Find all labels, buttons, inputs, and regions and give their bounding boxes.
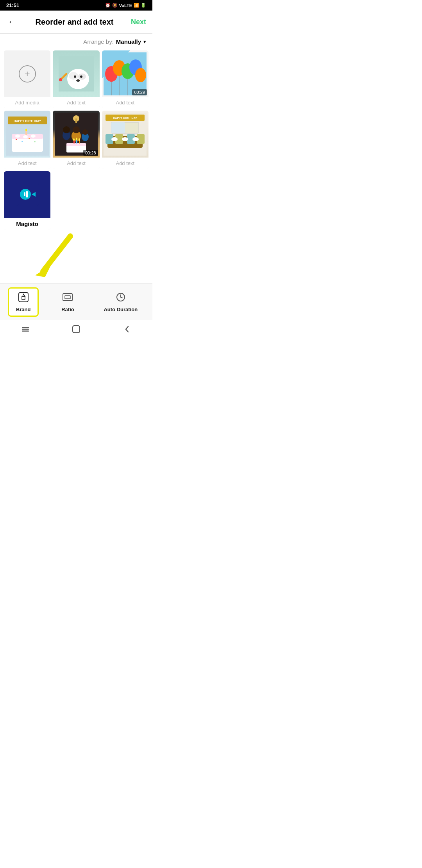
status-time: 21:51 (6, 2, 19, 8)
add-media-thumb: + (4, 50, 50, 97)
magisto-logo (16, 183, 39, 206)
dog-image (59, 56, 94, 91)
list-item[interactable]: Add text (53, 50, 99, 108)
svg-point-38 (63, 126, 70, 133)
menu-nav-icon[interactable] (20, 324, 30, 337)
volte-icon: VoLTE (119, 3, 132, 8)
video-duration: 00:29 (132, 89, 147, 95)
svg-point-5 (59, 78, 62, 81)
arrange-value: Manually (116, 38, 141, 45)
dining-thumb: HAPPY BIRTHDAY (102, 111, 148, 157)
ratio-label: Ratio (61, 307, 74, 312)
add-media-label: Add media (4, 97, 50, 108)
svg-rect-29 (34, 142, 36, 142)
duration-label: Auto Duration (104, 307, 138, 312)
brand-icon-svg (18, 292, 29, 303)
list-item[interactable]: 00:29 Add text (102, 50, 148, 108)
video-duration: 00:28 (83, 150, 98, 156)
svg-point-2 (69, 72, 78, 80)
mute-icon: 🔕 (112, 3, 118, 8)
svg-rect-64 (24, 192, 25, 196)
wifi-icon: 📶 (134, 3, 139, 8)
svg-marker-70 (23, 294, 25, 296)
svg-point-25 (31, 135, 36, 138)
svg-rect-42 (66, 143, 86, 146)
svg-rect-34 (75, 118, 77, 123)
duration-icon-svg (115, 292, 126, 303)
svg-text:HAPPY BIRTHDAY: HAPPY BIRTHDAY (14, 119, 41, 123)
magisto-label: Magisto (4, 218, 50, 230)
balloons-image (104, 52, 147, 95)
list-item[interactable]: HAPPY BIRTHDAY Add text (4, 111, 50, 169)
magisto-logo-icon (17, 184, 38, 205)
svg-rect-78 (22, 329, 29, 330)
next-button[interactable]: Next (131, 18, 146, 26)
header: ← Reorder and add text Next (0, 11, 152, 34)
nav-bar (0, 320, 152, 341)
svg-point-40 (82, 129, 88, 135)
media-label: Add text (102, 97, 148, 108)
svg-rect-28 (29, 138, 30, 139)
svg-point-47 (76, 138, 77, 140)
list-item[interactable]: 00:28 Add text (53, 111, 99, 169)
svg-point-36 (73, 126, 80, 133)
svg-rect-71 (22, 296, 25, 299)
ratio-icon (62, 292, 73, 305)
svg-line-76 (121, 297, 122, 298)
svg-rect-27 (21, 141, 23, 142)
svg-point-24 (23, 135, 28, 138)
svg-rect-80 (73, 326, 80, 333)
magisto-item[interactable]: Magisto (4, 171, 50, 230)
svg-point-31 (25, 129, 27, 131)
brand-label: Brand (16, 307, 31, 312)
bottom-toolbar: Brand Ratio Auto Duration (0, 283, 152, 320)
svg-point-14 (135, 68, 146, 82)
list-item[interactable]: + Add media (4, 50, 50, 108)
svg-line-67 (43, 236, 70, 271)
back-button[interactable]: ← (6, 15, 18, 29)
duration-toolbar-item[interactable]: Auto Duration (97, 289, 145, 316)
brand-icon (18, 292, 29, 305)
duration-icon (115, 292, 126, 305)
svg-rect-61 (111, 122, 125, 133)
svg-point-58 (122, 137, 128, 141)
svg-point-57 (111, 137, 118, 141)
svg-rect-65 (26, 191, 28, 197)
svg-rect-77 (22, 327, 29, 328)
home-nav-icon[interactable] (71, 324, 81, 337)
dining-image: HAPPY BIRTHDAY (104, 113, 147, 156)
svg-point-6 (76, 79, 80, 82)
svg-text:HAPPY BIRTHDAY: HAPPY BIRTHDAY (113, 117, 138, 119)
brand-toolbar-item[interactable]: Brand (8, 287, 39, 317)
list-item[interactable]: HAPPY BIRTHDAY Add text (102, 111, 148, 169)
media-grid: + Add media Add text (0, 48, 152, 232)
svg-rect-26 (16, 139, 17, 140)
svg-point-8 (80, 75, 82, 78)
page-title: Reorder and add text (35, 18, 113, 27)
svg-rect-79 (22, 331, 29, 332)
ratio-toolbar-item[interactable]: Ratio (54, 289, 81, 316)
dog-thumb (53, 50, 99, 97)
media-label: Add text (4, 158, 50, 169)
battery-icon: 🔋 (141, 3, 146, 8)
svg-point-1 (67, 69, 89, 89)
status-bar: 21:51 ⏰ 🔕 VoLTE 📶 🔋 (0, 0, 152, 11)
media-label: Add text (102, 158, 148, 169)
chevron-down-icon[interactable]: ▾ (143, 39, 146, 45)
add-circle-icon: + (19, 65, 36, 82)
ratio-icon-svg (62, 292, 73, 303)
svg-point-7 (74, 75, 76, 78)
magisto-thumb (4, 171, 50, 218)
media-label: Add text (53, 97, 99, 108)
alarm-icon: ⏰ (105, 3, 111, 8)
svg-rect-73 (65, 296, 70, 299)
status-icons: ⏰ 🔕 VoLTE 📶 🔋 (105, 3, 146, 8)
svg-rect-72 (63, 294, 72, 301)
cake-thumb: HAPPY BIRTHDAY (4, 111, 50, 157)
svg-point-59 (132, 137, 139, 141)
svg-point-46 (73, 138, 75, 141)
arrange-label: Arrange by: (83, 38, 114, 45)
back-nav-icon[interactable] (122, 324, 132, 337)
family-image (55, 113, 98, 156)
svg-point-23 (15, 135, 20, 138)
